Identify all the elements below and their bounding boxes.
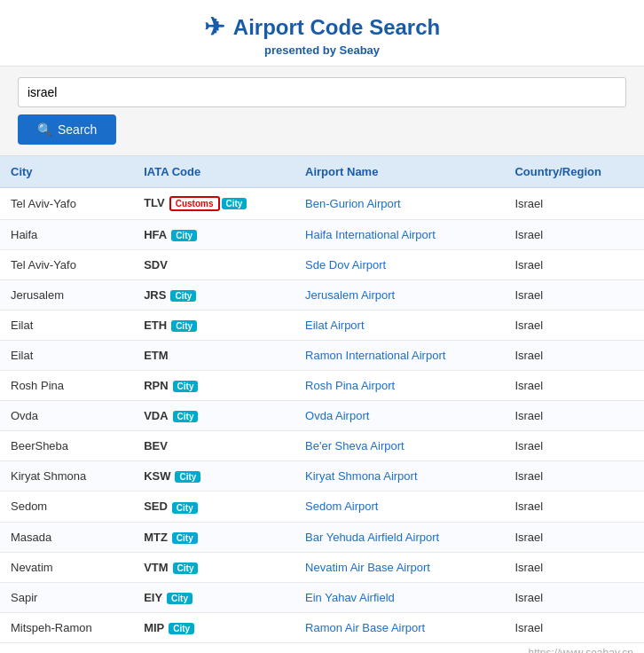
cell-city: Sedom xyxy=(0,492,133,522)
cell-airport-name[interactable]: Eilat Airport xyxy=(295,311,504,341)
city-badge: City xyxy=(171,320,197,332)
cell-airport-name[interactable]: Haifa International Airport xyxy=(295,220,504,250)
cell-airport-name[interactable]: Jerusalem Airport xyxy=(295,280,504,311)
table-row: NevatimVTMCityNevatim Air Base AirportIs… xyxy=(0,552,644,582)
cell-airport-name[interactable]: Bar Yehuda Airfield Airport xyxy=(295,522,504,552)
cell-city: Tel Aviv-Yafo xyxy=(0,250,133,280)
table-row: EilatETMRamon International AirportIsrae… xyxy=(0,341,644,371)
col-country: Country/Region xyxy=(504,156,644,188)
iata-code-text: JRS xyxy=(144,288,166,302)
watermark: https://www.seabay.cn xyxy=(0,643,644,653)
airport-link[interactable]: Eilat Airport xyxy=(305,319,364,332)
cell-airport-name[interactable]: Ramon International Airport xyxy=(295,341,504,371)
cell-iata: ETM xyxy=(133,341,295,371)
col-airport: Airport Name xyxy=(295,156,504,188)
table-row: OvdaVDACityOvda AirportIsrael xyxy=(0,401,644,431)
cell-airport-name[interactable]: Be'er Sheva Airport xyxy=(295,431,504,461)
cell-country: Israel xyxy=(504,371,644,401)
cell-airport-name[interactable]: Ein Yahav Airfield xyxy=(295,582,504,612)
cell-city: Haifa xyxy=(0,220,133,250)
cell-country: Israel xyxy=(504,461,644,492)
cell-airport-name[interactable]: Ovda Airport xyxy=(295,401,504,431)
col-iata: IATA Code xyxy=(133,156,295,188)
cell-airport-name[interactable]: Ramon Air Base Airport xyxy=(295,612,504,642)
cell-country: Israel xyxy=(504,401,644,431)
customs-badge: Customs xyxy=(169,196,220,211)
table-row: Tel Aviv-YafoSDVSde Dov AirportIsrael xyxy=(0,250,644,280)
cell-airport-name[interactable]: Rosh Pina Airport xyxy=(295,371,504,401)
airport-link[interactable]: Jerusalem Airport xyxy=(305,288,395,302)
city-badge: City xyxy=(169,623,194,634)
table-row: BeerShebaBEVBe'er Sheva AirportIsrael xyxy=(0,431,644,461)
city-badge: City xyxy=(175,471,200,483)
airport-link[interactable]: Haifa International Airport xyxy=(305,228,436,241)
plane-icon: ✈ xyxy=(204,12,224,42)
cell-city: Masada xyxy=(0,522,133,552)
cell-iata: MIPCity xyxy=(133,612,295,642)
airport-link[interactable]: Ein Yahav Airfield xyxy=(305,591,395,604)
cell-iata: ETHCity xyxy=(133,311,295,341)
airport-link[interactable]: Ramon Air Base Airport xyxy=(305,621,425,634)
iata-code-text: MIP xyxy=(144,621,164,634)
cell-iata: VTMCity xyxy=(133,552,295,582)
airport-link[interactable]: Rosh Pina Airport xyxy=(305,379,395,392)
cell-country: Israel xyxy=(504,280,644,311)
col-city: City xyxy=(0,156,133,188)
airport-link[interactable]: Ben-Gurion Airport xyxy=(305,197,401,210)
cell-country: Israel xyxy=(504,220,644,250)
search-input[interactable] xyxy=(18,77,626,107)
cell-airport-name[interactable]: Sedom Airport xyxy=(295,492,504,522)
cell-city: Sapir xyxy=(0,582,133,612)
cell-city: Eilat xyxy=(0,341,133,371)
table-header: City IATA Code Airport Name Country/Regi… xyxy=(0,156,644,188)
airport-link[interactable]: Ovda Airport xyxy=(305,409,369,422)
airport-link[interactable]: Sde Dov Airport xyxy=(305,258,386,271)
table-row: JerusalemJRSCityJerusalem AirportIsrael xyxy=(0,280,644,311)
cell-city: Nevatim xyxy=(0,552,133,582)
cell-country: Israel xyxy=(504,188,644,220)
cell-iata: EIYCity xyxy=(133,582,295,612)
airport-link[interactable]: Kiryat Shmona Airport xyxy=(305,469,417,483)
cell-airport-name[interactable]: Kiryat Shmona Airport xyxy=(295,461,504,492)
cell-city: Kiryat Shmona xyxy=(0,461,133,492)
airport-link[interactable]: Nevatim Air Base Airport xyxy=(305,561,430,574)
cell-country: Israel xyxy=(504,341,644,371)
header-subtitle: presented by Seabay xyxy=(18,43,626,57)
table-row: Kiryat ShmonaKSWCityKiryat Shmona Airpor… xyxy=(0,461,644,492)
city-badge: City xyxy=(172,532,198,544)
city-badge: City xyxy=(170,290,196,302)
cell-iata: MTZCity xyxy=(133,522,295,552)
cell-country: Israel xyxy=(504,431,644,461)
cell-country: Israel xyxy=(504,492,644,522)
cell-iata: BEV xyxy=(133,431,295,461)
table-row: Tel Aviv-YafoTLVCustomsCityBen-Gurion Ai… xyxy=(0,188,644,220)
city-badge: City xyxy=(173,563,199,574)
cell-country: Israel xyxy=(504,311,644,341)
city-badge: City xyxy=(222,198,247,209)
table-body: Tel Aviv-YafoTLVCustomsCityBen-Gurion Ai… xyxy=(0,188,644,643)
cell-city: Ovda xyxy=(0,401,133,431)
search-button[interactable]: 🔍 Search xyxy=(18,114,116,145)
cell-iata: VDACity xyxy=(133,401,295,431)
table-row: SapirEIYCityEin Yahav AirfieldIsrael xyxy=(0,582,644,612)
city-badge: City xyxy=(171,230,197,241)
iata-code-text: KSW xyxy=(144,469,170,483)
table-row: SedomSEDCitySedom AirportIsrael xyxy=(0,492,644,522)
iata-code-text: RPN xyxy=(144,379,168,392)
table-row: Mitspeh-RamonMIPCityRamon Air Base Airpo… xyxy=(0,612,644,642)
city-badge: City xyxy=(167,593,192,604)
cell-iata: KSWCity xyxy=(133,461,295,492)
iata-code-text: VDA xyxy=(144,409,168,422)
cell-airport-name[interactable]: Ben-Gurion Airport xyxy=(295,188,504,220)
table-row: Rosh PinaRPNCityRosh Pina AirportIsrael xyxy=(0,371,644,401)
airport-link[interactable]: Bar Yehuda Airfield Airport xyxy=(305,531,439,544)
cell-airport-name[interactable]: Nevatim Air Base Airport xyxy=(295,552,504,582)
airport-link[interactable]: Ramon International Airport xyxy=(305,349,445,362)
cell-airport-name[interactable]: Sde Dov Airport xyxy=(295,250,504,280)
airport-link[interactable]: Sedom Airport xyxy=(305,500,378,513)
iata-code-text: BEV xyxy=(144,439,168,452)
airport-link[interactable]: Be'er Sheva Airport xyxy=(305,439,404,452)
cell-iata: HFACity xyxy=(133,220,295,250)
cell-city: BeerSheba xyxy=(0,431,133,461)
cell-iata: SEDCity xyxy=(133,492,295,522)
